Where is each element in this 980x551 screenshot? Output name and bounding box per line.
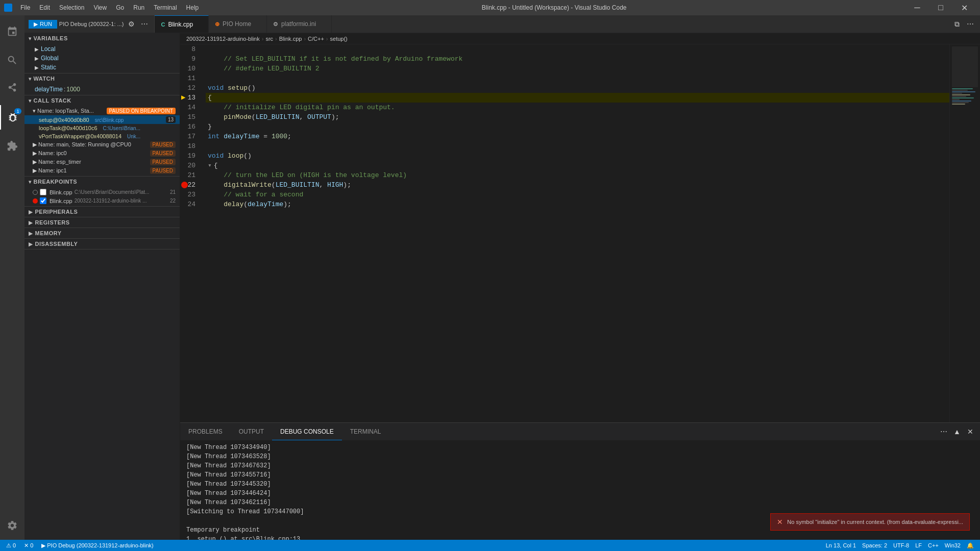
activity-extensions[interactable]	[0, 134, 24, 158]
breadcrumb-part-4[interactable]: setup()	[330, 36, 348, 42]
status-eol[interactable]: LF	[913, 542, 924, 548]
call-stack-main[interactable]: ▶ Name: main, State: Running @CPU0 PAUSE…	[24, 140, 180, 149]
looptask2-frame-name: loopTask@0x400d10c6	[39, 125, 97, 131]
activity-source-control[interactable]	[0, 77, 24, 101]
breakpoints-header[interactable]: ▾ BREAKPOINTS	[24, 177, 180, 187]
status-language[interactable]: C++	[926, 542, 941, 548]
breakpoints-content: Blink.cpp C:\Users\Brian\Documents\Plat.…	[24, 187, 180, 206]
tab-terminal[interactable]: TERMINAL	[342, 423, 389, 440]
breadcrumb-part-1[interactable]: src	[265, 36, 273, 42]
sidebar-scroll[interactable]: ▾ VARIABLES ▶ Local ▶ Global ▶	[24, 33, 180, 540]
tab-pio-home[interactable]: ⊕ PIO Home ✕	[209, 15, 267, 33]
split-editor-btn[interactable]: ⧉	[951, 18, 963, 30]
registers-section[interactable]: ▶ REGISTERS	[24, 217, 180, 228]
watch-chevron: ▾	[29, 76, 32, 82]
peripherals-section[interactable]: ▶ PERIPHERALS	[24, 207, 180, 217]
status-platform[interactable]: Win32	[943, 542, 963, 548]
breakpoint-item-2[interactable]: Blink.cpp 200322-131912-arduino-blink ..…	[24, 196, 180, 205]
activity-explorer[interactable]	[0, 19, 24, 44]
minimize-button[interactable]: ─	[905, 0, 929, 15]
menu-selection[interactable]: Selection	[55, 3, 88, 12]
close-button[interactable]: ✕	[952, 0, 976, 15]
call-stack-header[interactable]: ▾ CALL STACK	[24, 95, 180, 106]
tab-label: platformio.ini	[281, 20, 316, 28]
call-stack-ipc0[interactable]: ▶ Name: ipc0 PAUSED	[24, 149, 180, 158]
activity-run-debug[interactable]: 1	[0, 105, 24, 130]
local-tree-item[interactable]: ▶ Local	[24, 44, 180, 54]
tab-problems[interactable]: PROBLEMS	[180, 423, 231, 440]
debug-config-name[interactable]: PIO Debug (200322-1: ...)	[59, 21, 124, 27]
tab-debug-console[interactable]: DEBUG CONSOLE	[272, 423, 342, 440]
call-stack-esp-timer[interactable]: ▶ Name: esp_timer PAUSED	[24, 158, 180, 166]
mini-line	[952, 93, 962, 94]
paused-on-breakpoint-badge: PAUSED ON BREAKPOINT	[107, 108, 176, 114]
error-icon: ✕	[777, 518, 783, 526]
breakpoint-item-1[interactable]: Blink.cpp C:\Users\Brian\Documents\Plat.…	[24, 188, 180, 196]
bottom-tab-more-btn[interactable]: ⋯	[938, 426, 949, 437]
code-content[interactable]: // Set LED_BUILTIN if it is not defined …	[206, 44, 949, 422]
bp-checkbox-2[interactable]	[40, 197, 46, 204]
debug-more-btn[interactable]: ⋯	[139, 18, 150, 30]
tab-output[interactable]: OUTPUT	[231, 423, 272, 440]
menu-go[interactable]: Go	[112, 3, 128, 12]
status-debug[interactable]: ▶ PIO Debug (200322-131912-arduino-blink…	[39, 542, 156, 549]
bottom-panel-maximize-btn[interactable]: ▲	[951, 426, 963, 437]
more-tabs-btn[interactable]: ⋯	[965, 18, 976, 30]
status-encoding[interactable]: UTF-8	[891, 542, 911, 548]
status-warnings[interactable]: ⚠ 0	[4, 542, 18, 549]
call-stack-looptask[interactable]: ▾ Name: loopTask, Sta... PAUSED ON BREAK…	[24, 107, 180, 115]
mini-line	[952, 101, 971, 102]
debug-settings-btn[interactable]: ⚙	[126, 18, 137, 30]
menu-help[interactable]: Help	[182, 3, 203, 12]
status-notifications[interactable]: 🔔	[965, 542, 976, 549]
variables-section: ▾ VARIABLES ▶ Local ▶ Global ▶	[24, 33, 180, 73]
maximize-button[interactable]: □	[929, 0, 952, 15]
platform-text: Win32	[945, 542, 961, 548]
breadcrumb-part-0[interactable]: 200322-131912-arduino-blink	[186, 36, 260, 42]
status-position[interactable]: Ln 13, Col 1	[824, 542, 858, 548]
bp-checkbox-1[interactable]	[40, 189, 46, 195]
watch-section: ▾ WATCH delayTime : 1000	[24, 73, 180, 95]
status-errors[interactable]: ✕ 0	[22, 542, 35, 549]
activity-settings[interactable]	[0, 515, 24, 540]
menu-edit[interactable]: Edit	[35, 3, 54, 12]
static-tree-item[interactable]: ▶ Static	[24, 63, 180, 72]
menu-run[interactable]: Run	[129, 3, 149, 12]
ini-icon: ⚙	[273, 21, 278, 28]
ipc1-chevron: ▶	[33, 167, 37, 173]
watch-header[interactable]: ▾ WATCH	[24, 73, 180, 84]
activitybar: 1	[0, 15, 24, 540]
language-text: C++	[928, 542, 939, 548]
breadcrumb-part-2[interactable]: Blink.cpp	[279, 36, 302, 42]
warning-count: 0	[13, 542, 16, 548]
tab-platformio-ini[interactable]: ⚙ platformio.ini ✕	[267, 15, 332, 33]
run-button[interactable]: ▶ RUN	[29, 20, 57, 29]
call-stack-vport[interactable]: vPortTaskWrapper@0x40088014 Unk...	[24, 132, 180, 140]
bp-dot-2	[33, 198, 38, 204]
call-stack-looptask2[interactable]: loopTask@0x400d10c6 C:\Users\Brian...	[24, 124, 180, 132]
tab-blink-cpp[interactable]: C Blink.cpp ✕	[155, 15, 209, 33]
console-line: [New Thread 1073434940]	[186, 443, 974, 452]
menu-file[interactable]: File	[16, 3, 34, 12]
global-tree-item[interactable]: ▶ Global	[24, 54, 180, 63]
looptask-chevron: ▾	[33, 108, 36, 114]
menu-terminal[interactable]: Terminal	[150, 3, 181, 12]
bottom-panel-close-btn[interactable]: ✕	[965, 426, 976, 437]
call-stack-ipc1[interactable]: ▶ Name: ipc1 PAUSED	[24, 166, 180, 175]
menu-view[interactable]: View	[89, 3, 111, 12]
line-num-22: 22	[180, 180, 200, 190]
line-num-12: 12	[180, 83, 200, 93]
status-spaces[interactable]: Spaces: 2	[860, 542, 889, 548]
global-label: Global	[41, 55, 59, 62]
code-line-15: pinMode(LED_BUILTIN, OUTPUT);	[206, 112, 949, 122]
call-stack-setup[interactable]: setup@0x400d0b80 src\Blink.cpp 13	[24, 115, 180, 124]
memory-section[interactable]: ▶ MEMORY	[24, 228, 180, 239]
esp-timer-chevron: ▶	[33, 159, 37, 165]
line-num-13: ▶ 13	[180, 93, 200, 103]
breadcrumb-part-3[interactable]: C/C++	[308, 36, 324, 42]
status-right: Ln 13, Col 1 Spaces: 2 UTF-8 LF C++ Win3…	[824, 542, 976, 549]
activity-search[interactable]	[0, 48, 24, 72]
code-editor[interactable]: 8 9 10 11 12 ▶ 13 14 15 16 17 18	[180, 44, 980, 422]
disassembly-section[interactable]: ▶ DISASSEMBLY	[24, 239, 180, 249]
variables-header[interactable]: ▾ VARIABLES	[24, 33, 180, 43]
